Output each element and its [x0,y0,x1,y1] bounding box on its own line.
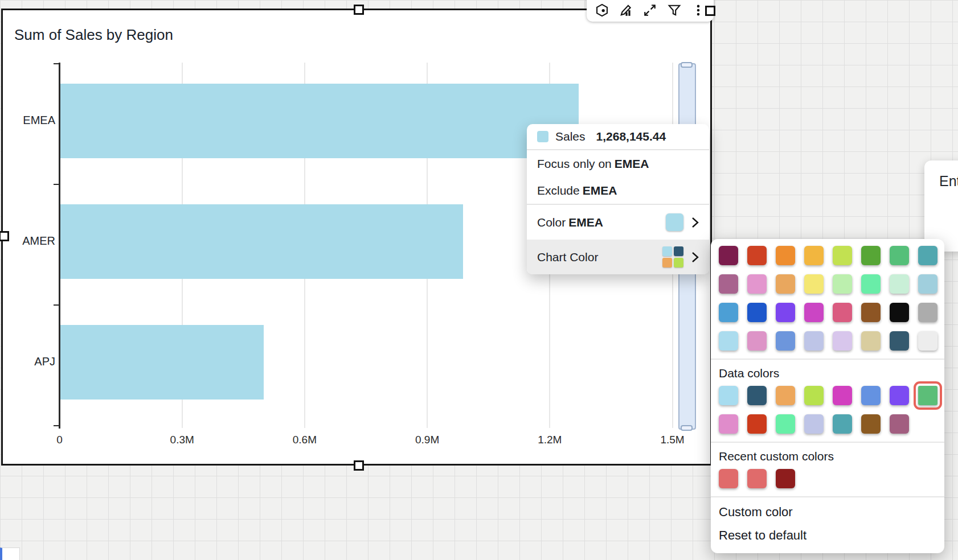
y-axis-tick [54,425,59,426]
data-color-swatch[interactable] [719,414,738,434]
palette-color-swatch[interactable] [776,303,795,322]
tooltip-row: Sales 1,268,145.44 [527,124,709,149]
palette-color-swatch[interactable] [833,246,852,265]
scrollbar-bottom-cap[interactable] [681,425,693,431]
side-panel-cut-off: Enter [924,160,958,252]
menu-item-focus-only[interactable]: Focus only on EMEA [527,150,709,177]
data-color-swatch[interactable] [918,386,937,405]
recent-colors-row [711,466,944,496]
data-color-swatch[interactable] [861,414,881,434]
palette-color-swatch[interactable] [861,331,881,351]
palette-color-swatch[interactable] [890,331,909,351]
chart-palette-swatch [662,258,672,267]
palette-color-swatch[interactable] [890,274,909,294]
selection-handle-top-right[interactable] [705,6,715,16]
data-color-swatch[interactable] [833,386,852,405]
palette-color-swatch[interactable] [918,246,937,265]
palette-color-swatch[interactable] [804,246,824,265]
menu-item-chart-color[interactable]: Chart Color [527,240,709,274]
selection-handle-top-center[interactable] [354,5,364,15]
series-name: Sales [555,130,586,143]
data-color-swatch[interactable] [890,386,909,405]
palette-color-swatch[interactable] [833,303,852,322]
palette-color-swatch[interactable] [776,331,795,351]
menu-item-exclude[interactable]: Exclude EMEA [527,177,709,204]
palette-color-swatch[interactable] [719,274,738,294]
data-color-swatch[interactable] [804,386,824,405]
y-axis-category-label: APJ [6,355,55,368]
palette-color-swatch[interactable] [776,274,795,294]
x-axis-tick-label: 1.5M [647,434,698,446]
palette-color-swatch[interactable] [861,274,881,294]
chevron-right-icon [691,217,699,228]
palette-color-swatch[interactable] [747,246,767,265]
recent-custom-color-swatch[interactable] [776,469,795,488]
bar-emea[interactable] [60,84,579,158]
chart-palette-swatch [674,258,683,267]
palette-color-swatch[interactable] [747,274,767,294]
scrollbar-top-cap[interactable] [681,62,693,68]
reset-to-default-button[interactable]: Reset to default [711,527,944,553]
palette-color-swatch[interactable] [776,246,795,265]
series-color-swatch [537,131,548,142]
palette-color-swatch[interactable] [747,331,767,351]
y-axis-category-label: EMEA [6,114,55,127]
insights-icon[interactable] [592,1,612,19]
series-value: 1,268,145.44 [596,130,666,143]
palette-color-swatch[interactable] [890,303,909,322]
y-axis-tick [54,184,59,185]
x-axis-tick-label: 0.6M [279,434,330,446]
x-axis-tick-label: 0 [34,434,85,446]
current-color-swatch [666,213,683,231]
x-axis-tick-label: 0.9M [402,434,453,446]
palette-color-swatch[interactable] [804,331,824,351]
palette-color-swatch[interactable] [861,246,881,265]
palette-color-swatch[interactable] [747,303,767,322]
data-color-swatch[interactable] [776,386,795,405]
bar-amer[interactable] [60,204,463,279]
recent-custom-color-swatch[interactable] [747,469,767,488]
data-color-swatch[interactable] [804,414,824,434]
palette-color-swatch[interactable] [719,303,738,322]
bar-context-menu: Sales 1,268,145.44 Focus only on EMEA Ex… [527,124,709,274]
palette-color-swatch[interactable] [890,246,909,265]
palette-color-swatch[interactable] [719,246,738,265]
palette-color-swatch[interactable] [833,274,852,294]
recent-custom-color-swatch[interactable] [719,469,738,488]
data-color-swatch[interactable] [890,414,909,434]
y-axis-category-label: AMER [6,234,55,248]
data-colors-grid [711,382,944,442]
data-color-swatch[interactable] [833,414,852,434]
bottom-left-widget-fragment [0,547,20,560]
y-axis-tick [54,304,59,306]
data-color-swatch[interactable] [861,386,881,405]
palette-color-swatch[interactable] [918,274,937,294]
palette-color-swatch[interactable] [861,303,881,322]
palette-color-swatch[interactable] [918,331,937,351]
palette-color-swatch[interactable] [833,331,852,351]
chart-palette-swatch [674,246,683,256]
selection-handle-bottom-center[interactable] [354,460,364,471]
palette-color-swatch[interactable] [804,274,824,294]
menu-item-color-emea[interactable]: Color EMEA [527,205,709,240]
y-axis-tick [54,63,59,64]
recent-custom-colors-label: Recent custom colors [711,443,944,466]
edit-visual-icon[interactable] [616,1,636,19]
palette-color-swatch[interactable] [804,303,824,322]
chart-palette-swatch [662,246,672,256]
data-color-swatch[interactable] [747,386,767,405]
selection-handle-left-middle[interactable] [0,231,9,241]
palette-color-swatch[interactable] [719,331,738,351]
data-color-swatch[interactable] [776,414,795,434]
bar-apj[interactable] [60,325,264,400]
visual-toolbar [587,0,714,22]
standard-palette-grid [711,239,944,359]
chart-color-picker: Data colors Recent custom colors Custom … [711,239,944,553]
palette-color-swatch[interactable] [918,303,937,322]
custom-color-button[interactable]: Custom color [711,497,944,527]
data-color-swatch[interactable] [719,386,738,405]
x-axis-tick-label: 1.2M [524,434,575,446]
data-color-swatch[interactable] [747,414,767,434]
filter-icon[interactable] [664,1,685,19]
maximize-icon[interactable] [640,1,660,19]
